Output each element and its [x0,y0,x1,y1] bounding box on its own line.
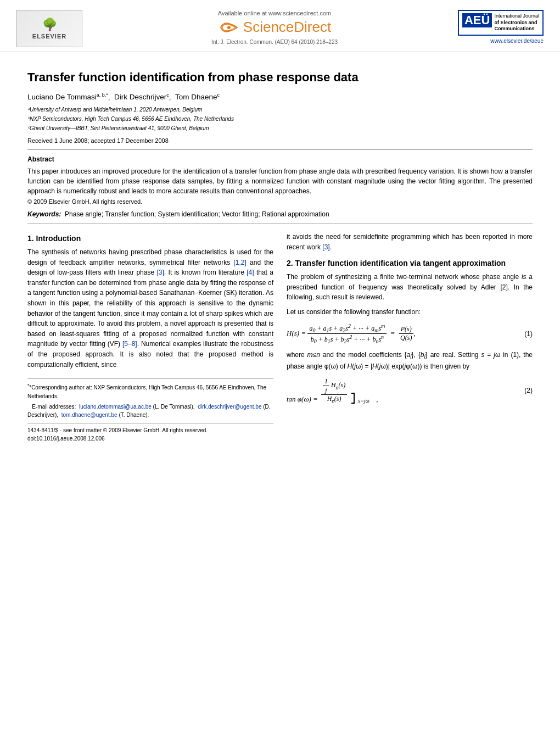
page: 🌳 ELSEVIER Available online at www.scien… [0,0,560,742]
aeu-line2: of Electronics and [494,20,539,26]
eq1-denominator: b0 + b1s + b2s2 + ··· + bnsn [309,334,385,344]
eq1-numerator: a0 + a1s + a2s2 + ··· + amsm [307,323,387,334]
elsevier-logo-text: ELSEVIER [32,33,66,40]
aeu-line1: International Journal [494,13,539,20]
author2: Dirk Deschrijverc [114,93,169,101]
eq2-denom: He(s) [326,395,343,404]
elsevier-logo: 🌳 ELSEVIER [16,10,82,47]
eq1-rhs-fraction: P(s) Q(s) [399,325,413,342]
keywords-text: Phase angle; Transfer function; System i… [65,210,329,218]
eq1-fraction: a0 + a1s + a2s2 + ··· + amsm b0 + b1s + … [307,323,387,345]
right-col-continuation: it avoids the need for semidefinite prog… [287,232,533,252]
eq1-number: (1) [524,330,533,338]
equation-2-container: tan φ(ω) = 1 j Ho(s) He(s) [287,377,533,404]
abstract-label: Abstract [27,155,533,163]
section1-title: 1. Introduction [27,234,273,243]
authors-line: Luciano De Tommasia, b,*, Dirk Deschrijv… [27,92,533,102]
eq2-eval-subscript: s=jω [358,398,369,404]
footnote-corresponding: **Corresponding author at: NXP Semicondu… [27,382,273,400]
eq2-inner-fraction: 1 j [323,377,329,394]
footnote-corresponding-text: *Corresponding author at: NXP Semiconduc… [27,385,266,399]
ref-4: [4] [247,269,254,276]
ref-1-2: [1,2] [233,259,246,266]
ref-5-8: [5–8] [122,340,137,348]
doi-text: doi:10.1016/j.aeue.2008.12.006 [27,434,273,443]
ref-3b: [3] [322,243,329,251]
header-left: 🌳 ELSEVIER [16,10,104,47]
header-right: AEÜ International Journal of Electronics… [445,10,544,44]
header-center: Available online at www.sciencedirect.co… [104,10,445,45]
eq1-rhs-q: Q(s) [399,334,413,342]
section2-paragraph1: The problem of synthesizing a finite two… [287,272,533,303]
divider-2 [27,224,533,224]
keywords-label: Keywords: [27,210,61,218]
keywords-line: Keywords: Phase angle; Transfer function… [27,210,533,218]
footnote-emails: E-mail addresses: luciano.detommasi@ua.a… [27,403,273,419]
affiliation-c: ᶜGhent University—IBBT, Sint Pietersnieu… [27,124,533,133]
main-content: Transfer function identification from ph… [0,52,560,454]
author1: Luciano De Tommasia, b,* [27,93,108,101]
footnote-section: **Corresponding author at: NXP Semicondu… [27,378,273,442]
eq2-eval-bracket [351,393,355,404]
email-3-name: (T. Dhaene). [119,412,149,418]
column-right: it avoids the need for semidefinite prog… [287,232,533,442]
eq2-fraction: 1 j Ho(s) He(s) [321,377,347,404]
aeu-line3: Communications [494,26,539,32]
received-date: Received 1 June 2008; accepted 17 Decemb… [27,137,533,144]
svg-point-0 [227,26,231,29]
sciencedirect-logo: ScienceDirect [115,19,434,36]
available-online-text: Available online at www.sciencedirect.co… [115,10,434,16]
footnote-email-label: E-mail addresses: [32,404,76,410]
copyright: © 2009 Elsevier GmbH. All rights reserve… [27,198,533,205]
journal-website[interactable]: www.elsevier.de/aeue [490,38,544,44]
section2-title: 2. Transfer function identification via … [287,259,533,267]
equation-1-container: H(s) = a0 + a1s + a2s2 + ··· + amsm b0 +… [287,323,533,345]
sciencedirect-icon [218,19,240,36]
column-left: 1. Introduction The synthesis of network… [27,232,273,442]
equation-1: H(s) = a0 + a1s + a2s2 + ··· + amsm b0 +… [287,323,519,345]
abstract-text: This paper introduces an improved proced… [27,166,533,196]
eq2-lhs: tan φ(ω) = [287,395,318,404]
ref-3: [3] [156,269,164,276]
abstract-section: Abstract This paper introduces an improv… [27,155,533,205]
affiliation-a: ᵃUniversity of Antwerp and Middelheimlaa… [27,105,533,114]
doi-section: 1434-8411/$ - see front matter © 2009 El… [27,423,273,443]
article-title: Transfer function identification from ph… [27,70,533,86]
eq2-numer: 1 j Ho(s) [321,377,347,395]
eq2-number: (2) [524,387,533,394]
section2-paragraph3: where m≤n and the model coefficients {ai… [287,350,533,371]
affiliation-b: ᵇNXP Semiconductors, High Tech Campus 46… [27,115,533,124]
divider-1 [27,149,533,150]
eq2-inner-numer: 1 [323,377,329,386]
eq1-rhs-p: P(s) [399,325,413,334]
author3: Tom Dhaenec [175,93,220,101]
section2-paragraph2: Let us consider the following transfer f… [287,307,533,317]
affiliations: ᵃUniversity of Antwerp and Middelheimlaa… [27,105,533,133]
aeu-description: International Journal of Electronics and… [494,13,539,32]
aeu-logo: AEÜ International Journal of Electronics… [458,10,544,36]
eq2-inner-denom: j [323,386,328,394]
issn-text: 1434-8411/$ - see front matter © 2009 El… [27,426,273,434]
email-1[interactable]: luciano.detommasi@ua.ac.be [79,404,152,410]
header: 🌳 ELSEVIER Available online at www.scien… [0,0,560,52]
equation-2: tan φ(ω) = 1 j Ho(s) He(s) [287,377,519,404]
email-3[interactable]: tom.dhaene@ugent.be [61,412,117,418]
email-2[interactable]: dirk.deschrijver@ugent.be [198,404,261,410]
elsevier-tree-icon: 🌳 [42,18,57,32]
two-column-body: 1. Introduction The synthesis of network… [27,232,533,442]
journal-citation: Int. J. Electron. Commun. (AEÜ) 64 (2010… [115,39,434,45]
aeu-acronym: AEÜ [462,13,492,27]
email-1-name: (L. De Tommasi), [153,404,195,410]
sciencedirect-text: ScienceDirect [243,19,331,36]
section1-paragraph1: The synthesis of networks having prescri… [27,247,273,370]
